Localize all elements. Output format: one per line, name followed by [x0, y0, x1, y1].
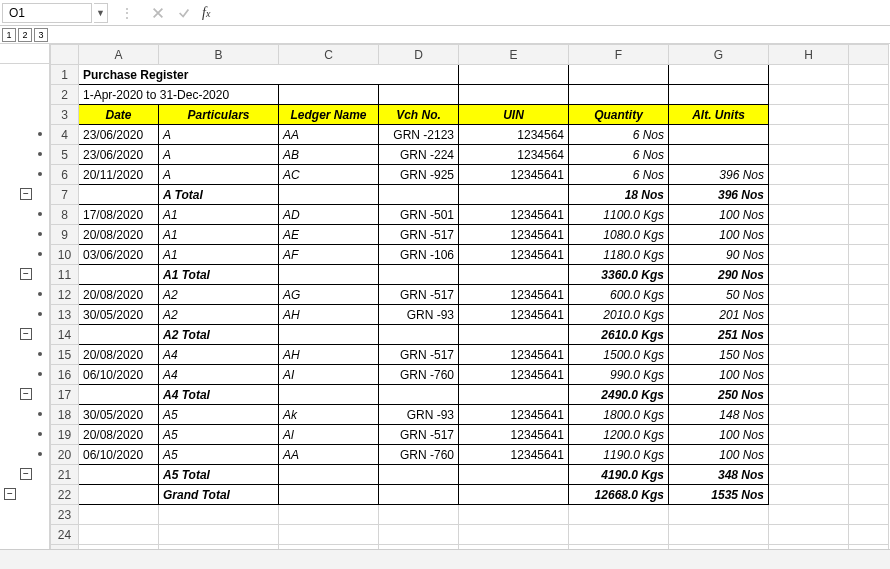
cell[interactable]	[459, 465, 569, 485]
fx-icon[interactable]: fx	[202, 5, 210, 21]
cell[interactable]	[849, 525, 889, 545]
cell-ledger[interactable]: AA	[279, 445, 379, 465]
cell-date[interactable]: 30/05/2020	[79, 305, 159, 325]
cell-date[interactable]: 06/10/2020	[79, 365, 159, 385]
cell[interactable]	[379, 185, 459, 205]
cell[interactable]	[849, 385, 889, 405]
cell-qty[interactable]: 1800.0 Kgs	[569, 405, 669, 425]
cell-particulars[interactable]: A1	[159, 225, 279, 245]
row-header-21[interactable]: 21	[51, 465, 79, 485]
subtotal-alt[interactable]: 1535 Nos	[669, 485, 769, 505]
subtotal-alt[interactable]: 290 Nos	[669, 265, 769, 285]
cell-particulars[interactable]: A	[159, 165, 279, 185]
cell-particulars[interactable]: A4	[159, 365, 279, 385]
hdr-date[interactable]: Date	[79, 105, 159, 125]
cell[interactable]	[79, 185, 159, 205]
cell-uin[interactable]: 12345641	[459, 165, 569, 185]
cell-uin[interactable]: 12345641	[459, 445, 569, 465]
cell[interactable]	[279, 525, 379, 545]
cell[interactable]	[459, 325, 569, 345]
cell[interactable]	[279, 325, 379, 345]
cell[interactable]	[379, 525, 459, 545]
hdr-uin[interactable]: UIN	[459, 105, 569, 125]
cell[interactable]	[849, 445, 889, 465]
cell[interactable]	[279, 465, 379, 485]
subtotal-alt[interactable]: 251 Nos	[669, 325, 769, 345]
cell-uin[interactable]: 12345641	[459, 225, 569, 245]
cell-uin[interactable]: 12345641	[459, 285, 569, 305]
row-header-15[interactable]: 15	[51, 345, 79, 365]
cell-vch[interactable]: GRN -501	[379, 205, 459, 225]
cell-date[interactable]: 20/08/2020	[79, 285, 159, 305]
cell[interactable]	[849, 505, 889, 525]
cell[interactable]	[769, 265, 849, 285]
cell[interactable]	[279, 385, 379, 405]
name-box[interactable]	[2, 3, 92, 23]
cell[interactable]	[379, 385, 459, 405]
cell-particulars[interactable]: A5	[159, 405, 279, 425]
cell-ledger[interactable]: AE	[279, 225, 379, 245]
cell-uin[interactable]: 12345641	[459, 425, 569, 445]
cell-alt[interactable]: 396 Nos	[669, 165, 769, 185]
row-header-6[interactable]: 6	[51, 165, 79, 185]
cell-alt[interactable]: 100 Nos	[669, 425, 769, 445]
hdr-ledger[interactable]: Ledger Name	[279, 105, 379, 125]
cell[interactable]	[79, 325, 159, 345]
cell-ledger[interactable]: AA	[279, 125, 379, 145]
cell[interactable]	[769, 165, 849, 185]
hdr-vch[interactable]: Vch No.	[379, 105, 459, 125]
cell[interactable]	[769, 465, 849, 485]
cell-ledger[interactable]: AB	[279, 145, 379, 165]
cell-qty[interactable]: 1200.0 Kgs	[569, 425, 669, 445]
hdr-alt[interactable]: Alt. Units	[669, 105, 769, 125]
cell-uin[interactable]: 12345641	[459, 365, 569, 385]
cell[interactable]	[769, 125, 849, 145]
cell[interactable]	[379, 485, 459, 505]
row-header-10[interactable]: 10	[51, 245, 79, 265]
cell-vch[interactable]: GRN -93	[379, 305, 459, 325]
cell[interactable]	[849, 405, 889, 425]
row-header-23[interactable]: 23	[51, 505, 79, 525]
formula-input[interactable]	[222, 3, 888, 23]
cell-ledger[interactable]: AH	[279, 345, 379, 365]
cell-date[interactable]: 20/08/2020	[79, 345, 159, 365]
cell-qty[interactable]: 6 Nos	[569, 145, 669, 165]
row-header-19[interactable]: 19	[51, 425, 79, 445]
hdr-particulars[interactable]: Particulars	[159, 105, 279, 125]
cell[interactable]	[769, 145, 849, 165]
cell-alt[interactable]: 100 Nos	[669, 225, 769, 245]
group-toggle-a5[interactable]: −	[20, 468, 32, 480]
cell[interactable]	[279, 185, 379, 205]
row-header-12[interactable]: 12	[51, 285, 79, 305]
cell-alt[interactable]	[669, 125, 769, 145]
cell[interactable]	[769, 345, 849, 365]
col-header-e[interactable]: E	[459, 45, 569, 65]
cell-alt[interactable]: 148 Nos	[669, 405, 769, 425]
row-header-13[interactable]: 13	[51, 305, 79, 325]
cell[interactable]	[849, 65, 889, 85]
cell[interactable]	[849, 205, 889, 225]
subtotal-alt[interactable]: 250 Nos	[669, 385, 769, 405]
cell[interactable]	[769, 445, 849, 465]
subtotal-qty[interactable]: 2490.0 Kgs	[569, 385, 669, 405]
cell[interactable]	[569, 65, 669, 85]
outline-level-3[interactable]: 3	[34, 28, 48, 42]
cell[interactable]	[769, 85, 849, 105]
cell[interactable]	[769, 225, 849, 245]
cell-date[interactable]: 23/06/2020	[79, 125, 159, 145]
cell[interactable]	[569, 505, 669, 525]
cell-vch[interactable]: GRN -106	[379, 245, 459, 265]
cell-alt[interactable]: 100 Nos	[669, 365, 769, 385]
cell[interactable]	[849, 145, 889, 165]
cell[interactable]	[849, 345, 889, 365]
cell[interactable]	[459, 525, 569, 545]
row-header-25[interactable]: 25	[51, 545, 79, 550]
cell[interactable]	[379, 505, 459, 525]
cell[interactable]	[769, 425, 849, 445]
subtotal-qty[interactable]: 4190.0 Kgs	[569, 465, 669, 485]
cell[interactable]	[769, 505, 849, 525]
cell-alt[interactable]: 150 Nos	[669, 345, 769, 365]
row-header-2[interactable]: 2	[51, 85, 79, 105]
cell[interactable]	[769, 185, 849, 205]
cell[interactable]	[769, 485, 849, 505]
